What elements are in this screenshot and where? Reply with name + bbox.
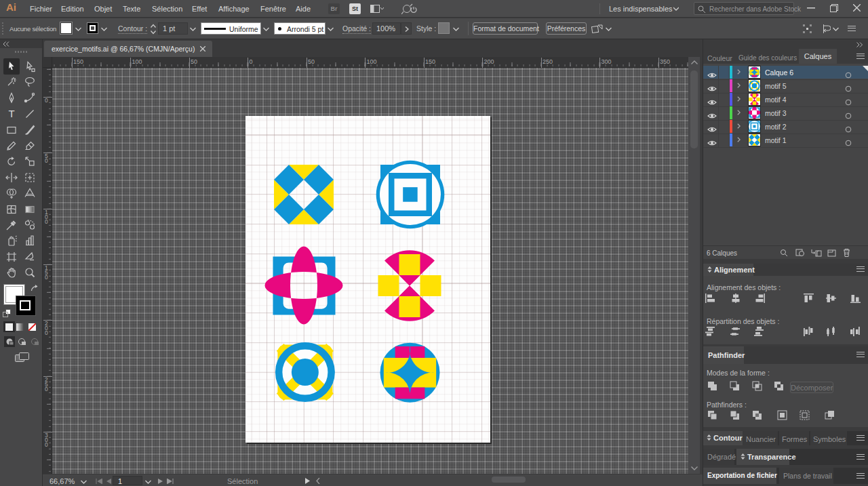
svg-text:T: T (8, 108, 14, 119)
